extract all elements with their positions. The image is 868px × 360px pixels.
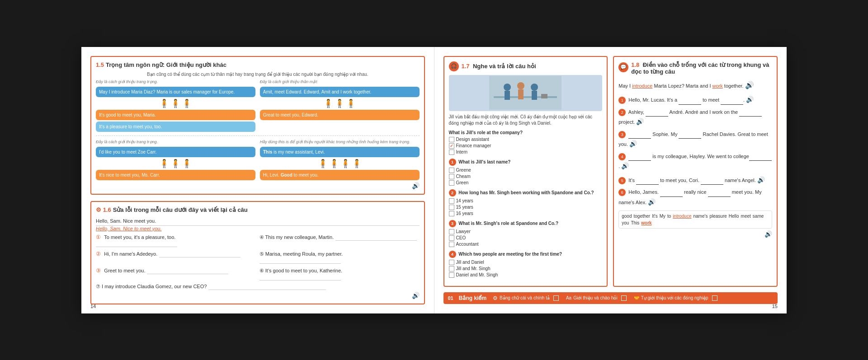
section-17-box: 🎧 1.7 Nghe và trả lời câu hỏi: [443, 56, 608, 287]
fill-ex-4: 4 is my colleague, Hayley. We went to co…: [618, 153, 772, 171]
section-17-num: 1.7: [462, 63, 470, 70]
checkbox-jillsingh[interactable]: [449, 266, 454, 271]
quiz-block-2: 2 How long has Mr. Singh been working wi…: [449, 189, 603, 216]
checklist-check-2[interactable]: [621, 295, 627, 301]
checkbox-14[interactable]: [449, 198, 454, 204]
quiz-block-0: What is Jill's role at the company? Desi…: [449, 130, 603, 155]
word-good: good: [622, 214, 632, 219]
audio-icon-5[interactable]: 🔊: [757, 176, 765, 183]
q-num-1: 1: [449, 159, 456, 166]
blank-5a[interactable]: [636, 177, 659, 185]
checkbox-jilldaniel[interactable]: [449, 260, 454, 265]
checkbox-green[interactable]: [449, 180, 454, 186]
checkbox-accountant[interactable]: [449, 242, 454, 247]
audio-icon-4[interactable]: 🔊: [621, 162, 629, 169]
quiz-option-accountant: Accountant: [449, 242, 603, 247]
quiz-option-jilldaniel: Jill and Daniel: [449, 260, 603, 265]
checkbox-ceo[interactable]: [449, 235, 454, 241]
audio-icon-2[interactable]: 🔊: [636, 118, 644, 125]
quiz-block-3: 3 What is Mr. Singh's role at Spandone a…: [449, 220, 603, 247]
checklist-check-1[interactable]: [553, 295, 559, 301]
sound-icon-16[interactable]: 🔊: [96, 292, 420, 299]
exercise-item-6: ⑥ It's good to meet to you, Katherine.: [259, 267, 420, 281]
blank-3b[interactable]: [679, 131, 701, 139]
bubble-2: It's good to meet you, Maria.: [96, 110, 255, 120]
section-15-num: 1.5: [96, 61, 104, 68]
dialogue-bottom-left: Đây là cách giới thiệu trang trọng. I'd …: [96, 140, 255, 180]
checkbox-15[interactable]: [449, 205, 454, 210]
word-its: It's: [652, 214, 657, 219]
checkbox-intern[interactable]: [449, 150, 454, 155]
checkbox-greene[interactable]: [449, 168, 454, 173]
bubble-8: This is my new assistant, Levi.: [260, 147, 420, 157]
bubble-7: It's nice to meet you, Ms. Carr.: [96, 170, 255, 180]
blank-6b[interactable]: [708, 188, 731, 197]
blank-1b[interactable]: [721, 96, 743, 105]
person-icon-11: 🧍: [329, 159, 339, 168]
q-num-2: 2: [449, 189, 456, 196]
blank-6a[interactable]: [660, 188, 683, 197]
answer-line-3: [147, 267, 228, 274]
checkbox-design[interactable]: [449, 137, 454, 142]
quiz-option-jillsingh: Jill and Mr. Singh: [449, 266, 603, 271]
bubble-6: I'd like you to meet Zoe Carr.: [96, 147, 255, 157]
audio-icon-6[interactable]: 🔊: [648, 198, 656, 206]
fill-ex-6: 6 Hello, James. really nice meet you. My…: [618, 188, 772, 207]
checklist-text-3: Tự giới thiệu với các đồng nghiệp: [641, 295, 708, 300]
checkbox-danielsingh[interactable]: [449, 272, 454, 278]
svg-point-2: [504, 84, 511, 91]
section-16-header: ⚙ 1.6 Sửa lỗi trong mỗi câu dưới đây và …: [96, 206, 420, 213]
quiz-option-greene: Greene: [449, 168, 603, 173]
blank-4b[interactable]: [749, 153, 772, 161]
blank-1a[interactable]: [679, 96, 701, 105]
person-icon-2: 🧍: [170, 99, 180, 108]
quiz-question-4: 4 Which two people are meeting for the f…: [449, 251, 603, 258]
svg-point-4: [517, 82, 524, 89]
audio-icon-17[interactable]: 🎧: [449, 61, 459, 71]
fill-num-2: 2: [618, 109, 626, 116]
audio-icon-1[interactable]: 🔊: [746, 96, 754, 103]
quiz-block-4: 4 Which two people are meeting for the f…: [449, 251, 603, 278]
person-icon-7: 🧍: [159, 159, 169, 168]
quiz-question-3: 3 What is Mr. Singh's role at Spandone a…: [449, 220, 603, 227]
checkbox-lawyer[interactable]: [449, 229, 454, 234]
fill-num-4: 4: [618, 153, 626, 160]
quiz-option-intern: Intern: [449, 150, 603, 155]
blank-4a[interactable]: [628, 153, 651, 161]
quiz-option-green: Green: [449, 180, 603, 186]
handshake-icon: 🤝: [634, 295, 639, 300]
sound-icon-18[interactable]: 🔊: [618, 230, 772, 238]
word-meet: meet: [741, 214, 751, 219]
answer-line-4: [335, 234, 417, 241]
word-this: This: [631, 220, 639, 225]
fill-num-1: 1: [618, 97, 626, 104]
q-num-4: 4: [449, 251, 456, 258]
blank-5b[interactable]: [701, 177, 723, 185]
checkbox-finance[interactable]: ✓: [449, 143, 454, 149]
checklist-check-3[interactable]: [712, 295, 717, 301]
section-18-title: Điền vào chỗ trống với các từ trong khun…: [631, 61, 769, 75]
fill-ex-5: 5 It's to meet you, Cori. name's Angel. …: [618, 175, 772, 185]
blank-2b[interactable]: [739, 108, 762, 117]
blank-3a[interactable]: [628, 131, 651, 139]
bubble-9: Hi, Levi. Good to meet you.: [260, 170, 420, 180]
exercise-wrong: Hello, Sam. Nice meet you.: [96, 217, 420, 226]
audio-icon-example[interactable]: 🔊: [745, 81, 754, 89]
checklist-title: Bảng kiểm: [459, 295, 486, 301]
quiz-option-danielsingh: Daniel and Mr. Singh: [449, 272, 603, 278]
blank-2a[interactable]: [646, 108, 668, 117]
bubble-1: May I introduce Maria Diaz? Maria is our…: [96, 87, 255, 97]
checkbox-cheam[interactable]: [449, 174, 454, 179]
page-left: 1.5 Trọng tâm ngôn ngữ: Giới thiệu người…: [81, 47, 434, 313]
sound-icon-15[interactable]: 🔊: [96, 182, 420, 189]
checklist-item-1: ⚙ Bảng chữ cái và chính tả: [493, 295, 559, 301]
checklist-text-2: Giới thiệu và chào hỏi: [573, 295, 618, 300]
answer-line-6: [259, 274, 341, 281]
checklist-label: 01: [448, 295, 453, 301]
word-you: you: [622, 220, 629, 225]
exercise-item-4: ④ This my new colleague, Martin.: [259, 234, 420, 247]
audio-icon-3[interactable]: 🔊: [629, 140, 637, 147]
checkbox-16[interactable]: [449, 211, 454, 216]
section-18-num: 1.8: [631, 61, 639, 68]
quiz-option-16: 16 years: [449, 211, 603, 216]
